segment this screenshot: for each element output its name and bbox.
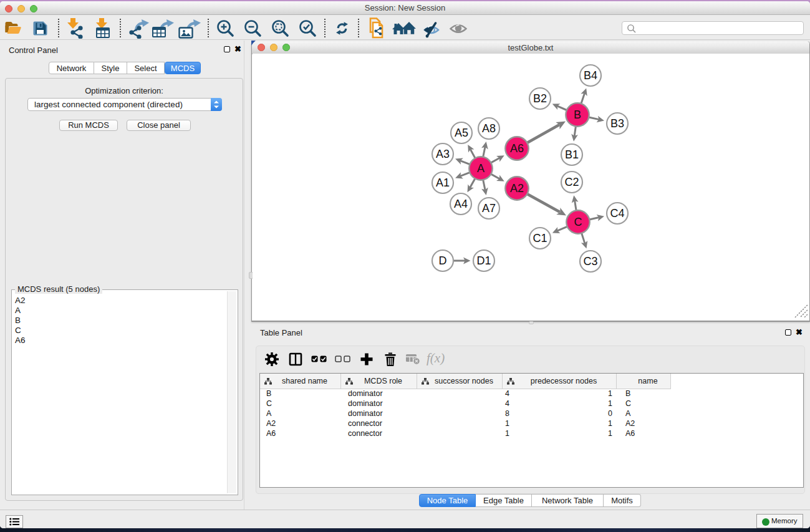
svg-text:C3: C3 (583, 255, 597, 268)
svg-text:A3: A3 (435, 148, 449, 160)
svg-text:A2: A2 (509, 182, 523, 195)
svg-text:B2: B2 (533, 92, 546, 105)
svg-text:A5: A5 (454, 127, 468, 139)
svg-text:A7: A7 (481, 202, 495, 215)
svg-text:C4: C4 (610, 207, 624, 220)
svg-text:A: A (476, 162, 484, 175)
svg-text:D1: D1 (476, 254, 491, 267)
svg-text:A8: A8 (481, 122, 495, 135)
svg-text:C: C (574, 216, 582, 228)
svg-text:B1: B1 (564, 148, 578, 161)
svg-text:A6: A6 (509, 142, 523, 155)
svg-text:B3: B3 (610, 117, 624, 130)
svg-text:A1: A1 (435, 177, 449, 189)
svg-text:C1: C1 (533, 232, 547, 244)
svg-text:A4: A4 (453, 198, 467, 210)
svg-text:B: B (573, 109, 581, 121)
svg-text:C2: C2 (564, 176, 579, 188)
svg-text:B4: B4 (583, 69, 597, 82)
svg-text:D: D (438, 254, 446, 267)
